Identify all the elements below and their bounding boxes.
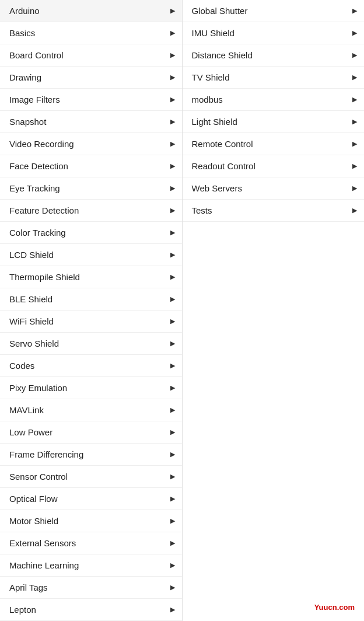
- left-menu-item[interactable]: April Tags▶: [0, 577, 182, 599]
- menu-item-label: Lepton: [9, 605, 36, 615]
- arrow-icon: ▶: [170, 318, 175, 325]
- right-menu-item[interactable]: Light Shield▶: [183, 111, 365, 133]
- left-menu-item[interactable]: Sensor Control▶: [0, 466, 182, 488]
- left-menu-item[interactable]: Drawing▶: [0, 67, 182, 89]
- menu-item-label: Video Recording: [9, 139, 74, 149]
- right-menu-item[interactable]: Global Shutter▶: [183, 0, 365, 22]
- arrow-icon: ▶: [170, 584, 175, 591]
- arrow-icon: ▶: [170, 340, 175, 347]
- menu-item-label: Motor Shield: [9, 516, 58, 526]
- watermark: Yuucn.com: [314, 603, 355, 612]
- left-menu-item[interactable]: Machine Learning▶: [0, 554, 182, 577]
- arrow-icon: ▶: [170, 207, 175, 214]
- arrow-icon: ▶: [170, 384, 175, 392]
- left-menu-item[interactable]: Thermopile Shield▶: [0, 266, 182, 288]
- left-menu-item[interactable]: Basics▶: [0, 22, 182, 44]
- arrow-icon: ▶: [170, 362, 175, 369]
- menu-item-label: Drawing: [9, 72, 41, 82]
- right-menu-item[interactable]: Web Servers▶: [183, 177, 365, 200]
- menu-item-label: Low Power: [9, 427, 52, 437]
- left-menu-item[interactable]: Color Tracking▶: [0, 222, 182, 244]
- right-menu-item[interactable]: Remote Control▶: [183, 133, 365, 155]
- menu-item-label: Basics: [9, 28, 35, 38]
- menu-item-label: Readout Control: [192, 161, 256, 171]
- right-menu-item[interactable]: TV Shield▶: [183, 67, 365, 89]
- menu-item-label: IMU Shield: [192, 28, 235, 38]
- arrow-icon: ▶: [352, 74, 357, 81]
- arrow-icon: ▶: [170, 29, 175, 37]
- menu-item-label: Thermopile Shield: [9, 272, 80, 282]
- right-menu-item[interactable]: Tests▶: [183, 200, 365, 222]
- arrow-icon: ▶: [352, 118, 357, 125]
- menu-item-label: Light Shield: [192, 117, 237, 127]
- menu-item-label: Tests: [192, 205, 212, 215]
- left-menu-item[interactable]: Low Power▶: [0, 421, 182, 444]
- left-menu-item[interactable]: Feature Detection▶: [0, 200, 182, 222]
- arrow-icon: ▶: [170, 251, 175, 259]
- arrow-icon: ▶: [352, 7, 357, 15]
- menu-item-label: Face Detection: [9, 161, 68, 171]
- left-menu-item[interactable]: Servo Shield▶: [0, 333, 182, 355]
- arrow-icon: ▶: [170, 606, 175, 613]
- left-menu-item[interactable]: MAVLink▶: [0, 399, 182, 421]
- arrow-icon: ▶: [170, 51, 175, 59]
- arrow-icon: ▶: [170, 118, 175, 125]
- menu-container: Arduino▶Basics▶Board Control▶Drawing▶Ima…: [0, 0, 364, 621]
- left-menu-item[interactable]: External Sensors▶: [0, 532, 182, 554]
- arrow-icon: ▶: [170, 140, 175, 148]
- menu-item-label: Codes: [9, 361, 34, 371]
- arrow-icon: ▶: [352, 184, 357, 192]
- left-menu-item[interactable]: Optical Flow▶: [0, 488, 182, 510]
- arrow-icon: ▶: [170, 162, 175, 170]
- right-menu-item[interactable]: IMU Shield▶: [183, 22, 365, 44]
- left-menu-item[interactable]: Image Filters▶: [0, 89, 182, 111]
- arrow-icon: ▶: [170, 229, 175, 236]
- arrow-icon: ▶: [170, 184, 175, 192]
- menu-item-label: TV Shield: [192, 72, 230, 82]
- menu-item-label: Snapshot: [9, 117, 46, 127]
- left-menu-item[interactable]: Codes▶: [0, 355, 182, 377]
- left-menu-item[interactable]: Snapshot▶: [0, 111, 182, 133]
- menu-item-label: Global Shutter: [192, 6, 248, 16]
- arrow-icon: ▶: [170, 7, 175, 15]
- left-menu-item[interactable]: Lepton▶: [0, 599, 182, 621]
- left-menu-item[interactable]: Arduino▶: [0, 0, 182, 22]
- menu-item-label: BLE Shield: [9, 294, 52, 304]
- arrow-icon: ▶: [352, 162, 357, 170]
- arrow-icon: ▶: [352, 207, 357, 214]
- menu-item-label: Arduino: [9, 6, 40, 16]
- arrow-icon: ▶: [170, 428, 175, 436]
- right-menu-item[interactable]: Distance Shield▶: [183, 44, 365, 67]
- arrow-icon: ▶: [170, 561, 175, 569]
- menu-item-label: Board Control: [9, 50, 64, 60]
- menu-item-label: Image Filters: [9, 95, 60, 104]
- arrow-icon: ▶: [170, 473, 175, 480]
- left-menu-item[interactable]: LCD Shield▶: [0, 244, 182, 266]
- right-menu-item[interactable]: Readout Control▶: [183, 155, 365, 177]
- left-menu-item[interactable]: Frame Differencing▶: [0, 444, 182, 466]
- menu-item-label: Distance Shield: [192, 50, 253, 60]
- menu-item-label: Feature Detection: [9, 205, 79, 215]
- arrow-icon: ▶: [352, 29, 357, 37]
- left-menu-item[interactable]: Pixy Emulation▶: [0, 377, 182, 399]
- arrow-icon: ▶: [170, 96, 175, 103]
- left-menu-item[interactable]: Video Recording▶: [0, 133, 182, 155]
- left-menu-item[interactable]: Eye Tracking▶: [0, 177, 182, 200]
- menu-item-label: Remote Control: [192, 139, 253, 149]
- right-menu-item[interactable]: modbus▶: [183, 89, 365, 111]
- menu-item-label: Eye Tracking: [9, 183, 60, 193]
- menu-item-label: Web Servers: [192, 183, 242, 193]
- menu-item-label: April Tags: [9, 582, 48, 592]
- left-menu-item[interactable]: Board Control▶: [0, 44, 182, 67]
- arrow-icon: ▶: [170, 495, 175, 503]
- arrow-icon: ▶: [352, 140, 357, 148]
- arrow-icon: ▶: [170, 451, 175, 458]
- left-menu-item[interactable]: BLE Shield▶: [0, 288, 182, 310]
- left-column: Arduino▶Basics▶Board Control▶Drawing▶Ima…: [0, 0, 183, 621]
- left-menu-item[interactable]: WiFi Shield▶: [0, 310, 182, 333]
- arrow-icon: ▶: [170, 295, 175, 303]
- left-menu-item[interactable]: Motor Shield▶: [0, 510, 182, 532]
- left-menu-item[interactable]: Face Detection▶: [0, 155, 182, 177]
- arrow-icon: ▶: [170, 74, 175, 81]
- menu-item-label: MAVLink: [9, 405, 44, 415]
